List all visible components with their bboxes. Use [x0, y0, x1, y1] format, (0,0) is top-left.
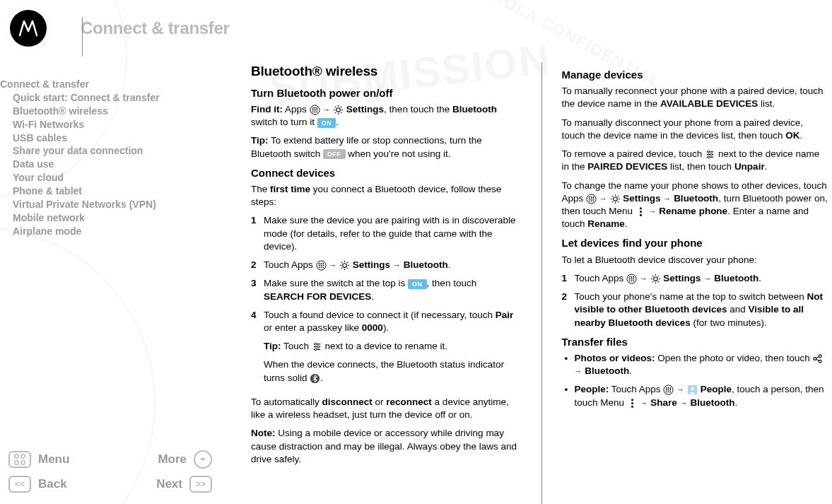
more-button[interactable]: More — [158, 450, 212, 469]
list-item: Touch Apps → Settings → Bluetooth. — [575, 272, 828, 285]
people-icon — [687, 385, 698, 395]
body-text: To remove a paired device, touch next to… — [562, 148, 828, 173]
menu-button[interactable]: Menu — [8, 451, 69, 468]
motorola-logo — [10, 10, 47, 47]
toc-item[interactable]: Quick start: Connect & transfer — [13, 91, 233, 105]
off-badge: OFF — [323, 149, 346, 159]
list-item: Touch a found device to connect it (if n… — [264, 309, 517, 390]
body-text: To manually reconnect your phone with a … — [562, 85, 828, 110]
menu-icon — [635, 206, 646, 217]
table-of-contents: Connect & transfer Quick start: Connect … — [0, 78, 233, 238]
back-label: Back — [38, 477, 67, 491]
body-text: The first time you connect a Bluetooth d… — [251, 183, 517, 209]
motorola-icon — [17, 17, 40, 40]
list-item: Photos or videos: Open the photo or vide… — [575, 352, 828, 377]
subsection-heading: Manage devices — [562, 68, 828, 82]
toc-root[interactable]: Connect & transfer — [0, 78, 233, 91]
body-text: To automatically disconnect or reconnect… — [251, 396, 517, 421]
menu-icon — [627, 398, 638, 409]
sliders-icon — [312, 341, 322, 352]
subsection-heading: Turn Bluetooth power on/off — [251, 86, 517, 100]
more-label: More — [158, 452, 187, 467]
svg-rect-2 — [15, 461, 18, 464]
svg-rect-3 — [21, 461, 25, 464]
bluetooth-icon — [310, 373, 320, 384]
apps-icon — [586, 194, 597, 204]
find-it-line: Find it: Apps → Settings, then touch the… — [251, 103, 517, 129]
apps-icon — [626, 274, 637, 284]
toc-item[interactable]: Phone & tablet — [13, 184, 233, 198]
toc-item[interactable]: USB cables — [13, 131, 233, 145]
section-heading: Bluetooth® wireless — [251, 62, 517, 81]
apps-icon — [316, 260, 327, 271]
settings-icon — [339, 260, 350, 271]
settings-icon — [650, 274, 661, 284]
menu-label: Menu — [38, 452, 69, 467]
subsection-heading: Connect devices — [251, 166, 517, 180]
body-text: To let a Bluetooth device discover your … — [562, 254, 828, 266]
subsection-heading: Let devices find your phone — [562, 236, 828, 250]
toc-item[interactable]: Data use — [13, 158, 233, 171]
svg-rect-0 — [15, 455, 18, 458]
body-text: To manually disconnect your phone from a… — [562, 117, 828, 142]
apps-icon — [310, 105, 320, 115]
settings-icon — [333, 105, 344, 115]
toc-item[interactable]: Wi-Fi Networks — [13, 118, 233, 131]
chevron-down-icon — [194, 450, 212, 469]
next-button[interactable]: Next >> — [156, 476, 212, 493]
toc-item[interactable]: Virtual Private Networks (VPN) — [13, 198, 233, 211]
toc-item[interactable]: Share your data connection — [13, 144, 233, 158]
next-label: Next — [156, 477, 182, 491]
back-icon: << — [8, 476, 31, 493]
apps-icon — [663, 385, 674, 395]
list-item: Touch Apps → Settings → Bluetooth. — [264, 259, 517, 271]
on-badge: ON — [408, 279, 427, 289]
list-item: Touch your phone's name at the top to sw… — [575, 291, 828, 329]
toc-item[interactable]: Bluetooth® wireless — [13, 105, 233, 118]
page-title: Connect & transfer — [81, 18, 230, 38]
list-item: People: Touch Apps → People, touch a per… — [575, 383, 828, 409]
subsection-heading: Transfer files — [562, 335, 828, 349]
toc-item[interactable]: Your cloud — [13, 171, 233, 184]
sliders-icon — [705, 149, 715, 160]
note-paragraph: Note: Using a mobile device or accessory… — [251, 427, 517, 466]
column-left: Bluetooth® wireless Turn Bluetooth power… — [251, 62, 522, 504]
toc-item[interactable]: Airplane mode — [13, 225, 233, 238]
next-icon: >> — [189, 476, 212, 493]
body-text: To change the name your phone shows to o… — [562, 180, 828, 231]
tip-paragraph: Tip: To extend battery life or stop conn… — [251, 134, 517, 160]
svg-rect-1 — [21, 455, 25, 458]
list-item: Make sure the switch at the top is ON, t… — [264, 277, 517, 303]
column-right: Manage devices To manually reconnect you… — [562, 62, 833, 504]
settings-icon — [610, 194, 621, 204]
grid-icon — [8, 451, 31, 468]
toc-item[interactable]: Mobile network — [13, 211, 233, 225]
on-badge: ON — [317, 118, 336, 128]
list-item: Make sure the device you are pairing wit… — [264, 214, 517, 253]
back-button[interactable]: << Back — [8, 476, 67, 493]
bottom-nav: Menu More << Back Next >> — [4, 449, 216, 498]
share-icon — [812, 353, 823, 364]
